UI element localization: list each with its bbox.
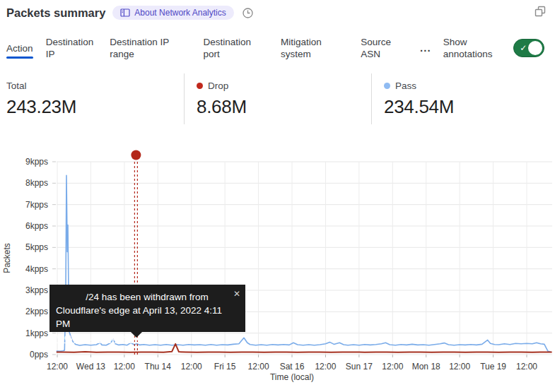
svg-text:12:00: 12:00 (181, 362, 202, 372)
svg-text:4kpps: 4kpps (25, 264, 48, 274)
svg-text:12:00: 12:00 (47, 362, 68, 372)
tooltip-line1: /24 has been withdrawn from (56, 290, 238, 304)
svg-text:Sun 17: Sun 17 (346, 362, 373, 372)
svg-text:6kpps: 6kpps (25, 221, 48, 231)
svg-text:5kpps: 5kpps (25, 242, 48, 252)
annotation-tooltip: /24 has been withdrawn from Cloudflare's… (49, 285, 245, 332)
tooltip-arrow (130, 331, 143, 338)
tooltip-line2: Cloudflare's edge at April 13, 2022 4:11… (56, 304, 238, 331)
annotation-dot (131, 150, 141, 160)
y-axis-title: Packets (2, 243, 12, 273)
axis-labels: 0pps1kpps2kpps3kpps4kpps5kpps6kpps7kpps8… (2, 157, 537, 382)
svg-text:12:00: 12:00 (315, 362, 336, 372)
svg-text:0pps: 0pps (30, 350, 48, 360)
close-icon[interactable]: ✕ (233, 287, 240, 301)
svg-text:7kpps: 7kpps (25, 200, 48, 210)
packets-summary-panel: Packets summary About Network Analytics (0, 0, 555, 392)
svg-text:12:00: 12:00 (114, 362, 135, 372)
svg-text:3kpps: 3kpps (25, 285, 48, 295)
svg-text:Sat 16: Sat 16 (280, 362, 305, 372)
svg-text:12:00: 12:00 (248, 362, 269, 372)
svg-text:8kpps: 8kpps (25, 178, 48, 188)
svg-text:Thu 14: Thu 14 (145, 362, 172, 372)
svg-text:12:00: 12:00 (382, 362, 403, 372)
svg-text:Mon 18: Mon 18 (412, 362, 440, 372)
svg-text:12:00: 12:00 (449, 362, 470, 372)
svg-text:12:00: 12:00 (516, 362, 537, 372)
svg-text:Fri 15: Fri 15 (214, 362, 236, 372)
svg-text:2kpps: 2kpps (25, 307, 48, 316)
svg-text:Wed 13: Wed 13 (76, 362, 105, 372)
svg-text:1kpps: 1kpps (25, 328, 48, 338)
x-axis-title: Time (local) (270, 372, 314, 382)
svg-text:9kpps: 9kpps (25, 157, 48, 167)
svg-text:Tue 19: Tue 19 (480, 362, 506, 372)
